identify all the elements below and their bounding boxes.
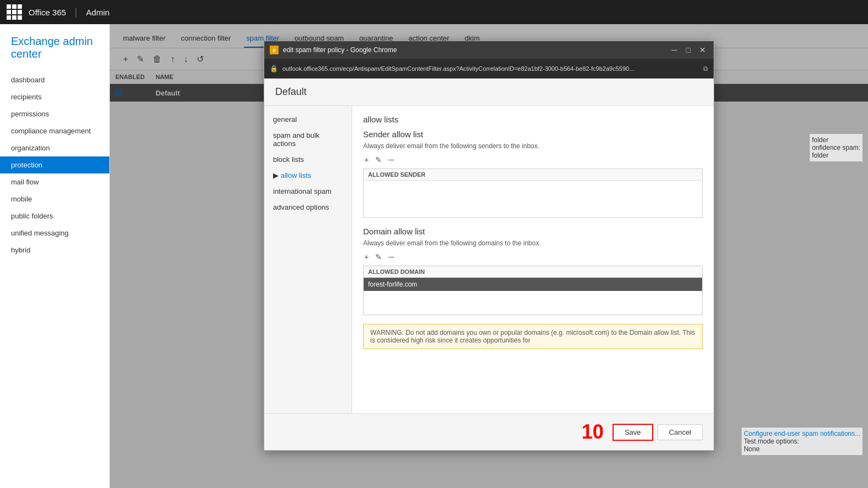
modal-overlay: e edit spam filter policy - Google Chrom…: [110, 24, 868, 488]
modal-content: Default general spam and bulk actions bl…: [264, 78, 714, 450]
browser-close-button[interactable]: ✕: [697, 44, 708, 55]
sender-remove-button[interactable]: ─: [387, 154, 395, 165]
browser-favicon: e: [270, 46, 279, 54]
configure-spam-notifications-link[interactable]: Configure end-user spam notifications...: [744, 430, 860, 437]
modal-header: Default: [264, 78, 714, 106]
domain-list-box: ALLOWED DOMAIN forest-forlife.com: [363, 266, 703, 315]
modal-title: Default: [275, 86, 703, 98]
modal-nav-spam-bulk[interactable]: spam and bulk actions: [264, 127, 352, 152]
sidebar: Exchange admin center dashboard recipien…: [0, 24, 110, 488]
sidebar-item-mobile[interactable]: mobile: [0, 190, 109, 207]
sender-list-title: Sender allow list: [363, 130, 703, 139]
right-panel-hints: folder onfidence spam: folder: [810, 134, 863, 161]
modal-nav-intl-spam[interactable]: international spam: [264, 183, 352, 199]
modal-nav-advanced[interactable]: advanced options: [264, 199, 352, 215]
domain-list-row[interactable]: forest-forlife.com: [364, 278, 702, 291]
sidebar-item-hybrid[interactable]: hybrid: [0, 242, 109, 259]
step-number: 10: [582, 420, 604, 444]
nav-arrow-icon: ▶: [273, 171, 279, 180]
domain-toolbar: + ✎ ─: [363, 251, 703, 262]
browser-url: outlook.office365.com/ecp/Antispam/EditS…: [282, 65, 699, 72]
domain-add-button[interactable]: +: [363, 251, 370, 262]
sidebar-item-organization[interactable]: organization: [0, 139, 109, 156]
domain-edit-button[interactable]: ✎: [374, 251, 383, 262]
sender-list-body: [364, 181, 702, 214]
sidebar-item-protection[interactable]: protection: [0, 156, 109, 173]
sender-list-box: ALLOWED SENDER: [363, 169, 703, 218]
browser-minimize-button[interactable]: ─: [670, 44, 680, 55]
sidebar-item-permissions[interactable]: permissions: [0, 105, 109, 122]
domain-remove-button[interactable]: ─: [387, 251, 395, 262]
sender-section: Sender allow list Always deliver email f…: [363, 130, 703, 218]
browser-maximize-button[interactable]: □: [684, 44, 693, 55]
domain-column-header: ALLOWED DOMAIN: [364, 266, 702, 278]
save-button[interactable]: Save: [613, 424, 653, 441]
sidebar-item-compliance[interactable]: compliance management: [0, 122, 109, 139]
modal-main: allow lists Sender allow list Always del…: [352, 106, 714, 413]
sender-edit-button[interactable]: ✎: [374, 154, 383, 165]
lock-icon: 🔒: [270, 65, 278, 72]
app-grid-icon[interactable]: [7, 4, 22, 20]
page-title: Exchange admin center: [0, 30, 109, 71]
modal-body: general spam and bulk actions block list…: [264, 106, 714, 413]
sender-add-button[interactable]: +: [363, 154, 370, 165]
modal-nav-block-lists[interactable]: block lists: [264, 152, 352, 167]
right-hint-folder2: folder: [812, 152, 860, 159]
warning-box: WARNING: Do not add domains you own or p…: [363, 324, 703, 349]
domain-section: Domain allow list Always deliver email f…: [363, 227, 703, 315]
cancel-button[interactable]: Cancel: [658, 424, 703, 440]
allow-lists-title: allow lists: [363, 115, 703, 124]
right-hint-folder: folder: [812, 136, 860, 144]
topbar-admin: Admin: [86, 8, 110, 17]
sidebar-item-mailflow[interactable]: mail flow: [0, 173, 109, 190]
sender-column-header: ALLOWED SENDER: [364, 169, 702, 181]
domain-list-title: Domain allow list: [363, 227, 703, 236]
test-mode-label: Test mode options:: [744, 437, 860, 445]
domain-list-subtitle: Always deliver email from the following …: [363, 239, 703, 247]
main-container: Exchange admin center dashboard recipien…: [0, 24, 868, 488]
warning-text: WARNING: Do not add domains you own or p…: [370, 329, 695, 344]
modal-nav-allow-lists[interactable]: ▶allow lists: [264, 167, 352, 183]
copy-icon: ⧉: [703, 65, 708, 72]
browser-window: e edit spam filter policy - Google Chrom…: [264, 41, 714, 451]
browser-addressbar: 🔒 outlook.office365.com/ecp/Antispam/Edi…: [264, 59, 714, 78]
modal-nav-general[interactable]: general: [264, 111, 352, 127]
browser-titlebar: e edit spam filter policy - Google Chrom…: [264, 41, 714, 59]
topbar-divider: |: [75, 7, 77, 18]
right-hint-confidence: onfidence spam:: [812, 144, 860, 152]
topbar: Office 365 | Admin: [0, 0, 868, 24]
sidebar-item-dashboard[interactable]: dashboard: [0, 71, 109, 88]
browser-title: edit spam filter policy - Google Chrome: [283, 46, 665, 54]
modal-footer: 10 Save Cancel: [264, 413, 714, 450]
domain-list-body: forest-forlife.com: [364, 278, 702, 311]
test-mode-value: None: [744, 445, 860, 453]
app-title: Office 365: [29, 8, 66, 17]
content-area: malware filter connection filter spam fi…: [110, 24, 868, 488]
right-panel-bottom: Configure end-user spam notifications...…: [742, 428, 863, 455]
modal-nav: general spam and bulk actions block list…: [264, 106, 352, 413]
browser-controls: ─ □ ✕: [670, 44, 708, 55]
sender-toolbar: + ✎ ─: [363, 154, 703, 165]
sidebar-item-recipients[interactable]: recipients: [0, 88, 109, 105]
sender-list-subtitle: Always deliver email from the following …: [363, 142, 703, 150]
sidebar-item-publicfolders[interactable]: public folders: [0, 207, 109, 225]
sidebar-item-unifiedmessaging[interactable]: unified messaging: [0, 225, 109, 242]
